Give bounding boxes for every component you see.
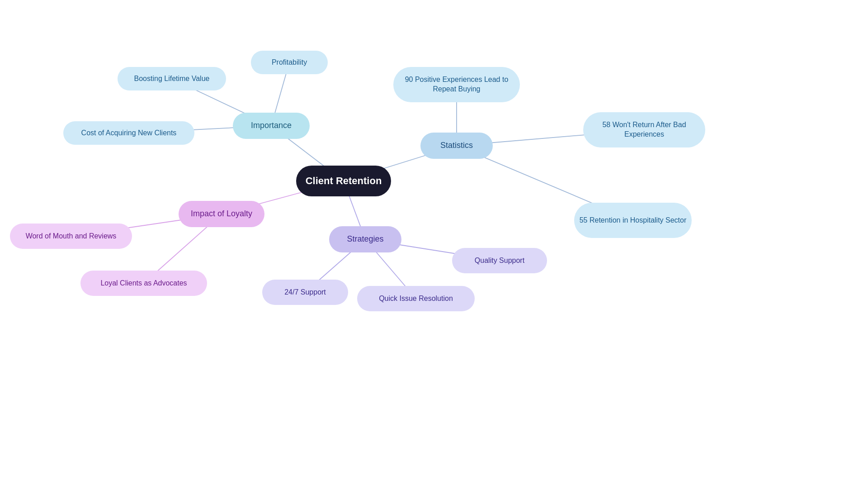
statistics-node: Statistics xyxy=(420,133,493,159)
impact-node: Impact of Loyalty xyxy=(179,201,264,227)
boosting-node: Boosting Lifetime Value xyxy=(118,67,226,90)
loyal-node: Loyal Clients as Advocates xyxy=(80,271,207,296)
stat58-label: 58 Won't Return After Bad Experiences xyxy=(583,120,705,139)
support247-node: 24/7 Support xyxy=(262,280,348,305)
center-label: Client Retention xyxy=(306,175,382,188)
cost-node: Cost of Acquiring New Clients xyxy=(63,121,194,145)
wordofmouth-label: Word of Mouth and Reviews xyxy=(26,232,117,241)
impact-label: Impact of Loyalty xyxy=(191,209,252,219)
importance-node: Importance xyxy=(233,113,310,139)
quality-label: Quality Support xyxy=(475,256,524,266)
importance-label: Importance xyxy=(251,120,292,131)
profitability-node: Profitability xyxy=(251,51,328,74)
boosting-label: Boosting Lifetime Value xyxy=(134,74,210,84)
stat55-label: 55 Retention in Hospitality Sector xyxy=(580,216,687,225)
stat90-node: 90 Positive Experiences Lead to Repeat B… xyxy=(393,67,520,102)
quick-label: Quick Issue Resolution xyxy=(379,294,453,304)
strategies-label: Strategies xyxy=(347,234,383,244)
profitability-label: Profitability xyxy=(272,58,307,67)
support247-label: 24/7 Support xyxy=(284,288,326,297)
stat90-label: 90 Positive Experiences Lead to Repeat B… xyxy=(393,75,520,94)
quality-node: Quality Support xyxy=(452,248,547,273)
quick-node: Quick Issue Resolution xyxy=(357,286,475,311)
loyal-label: Loyal Clients as Advocates xyxy=(100,279,187,288)
stat55-node: 55 Retention in Hospitality Sector xyxy=(574,203,692,238)
statistics-label: Statistics xyxy=(440,140,473,151)
cost-label: Cost of Acquiring New Clients xyxy=(81,128,177,138)
stat58-node: 58 Won't Return After Bad Experiences xyxy=(583,112,705,147)
center-node: Client Retention xyxy=(296,166,391,196)
wordofmouth-node: Word of Mouth and Reviews xyxy=(10,224,132,249)
strategies-node: Strategies xyxy=(329,226,401,252)
